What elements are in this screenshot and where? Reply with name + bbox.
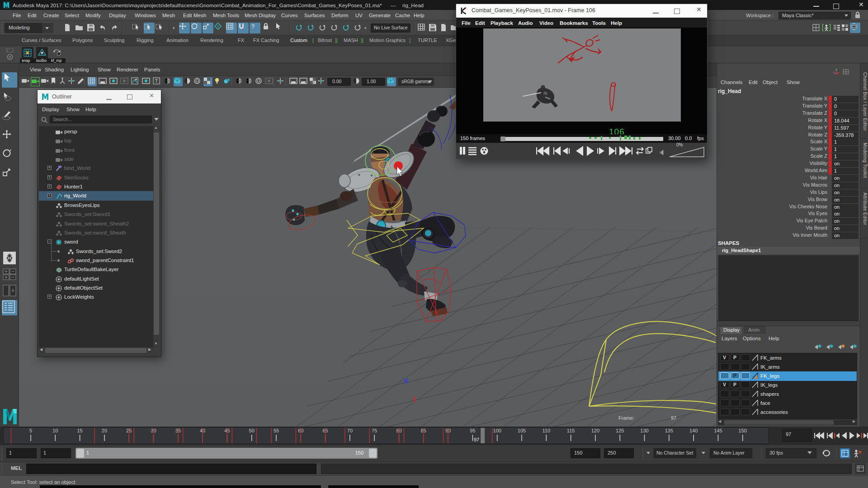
svg-text:70: 70 — [347, 428, 353, 433]
svg-text:?: ? — [251, 23, 255, 30]
svg-text:5: 5 — [29, 428, 32, 433]
svg-text:150: 150 — [739, 428, 747, 433]
svg-text:10: 10 — [52, 428, 58, 433]
svg-text:140: 140 — [689, 428, 698, 433]
svg-text:75: 75 — [372, 428, 377, 433]
svg-text:115: 115 — [567, 428, 575, 433]
svg-text:T: T — [155, 78, 158, 84]
svg-text:145: 145 — [714, 428, 722, 433]
svg-text:120: 120 — [591, 428, 599, 433]
svg-text:110: 110 — [542, 428, 551, 433]
svg-text:135: 135 — [665, 428, 673, 433]
svg-text:97: 97 — [474, 437, 479, 442]
svg-text:95: 95 — [470, 428, 475, 433]
svg-text:15: 15 — [77, 428, 83, 433]
svg-text:125: 125 — [616, 428, 624, 433]
svg-text:20: 20 — [102, 428, 107, 433]
svg-text:130: 130 — [640, 428, 648, 433]
svg-text:100: 100 — [493, 428, 501, 433]
svg-text:50: 50 — [249, 428, 255, 433]
svg-text:105: 105 — [518, 428, 526, 433]
svg-text:55: 55 — [274, 428, 279, 433]
